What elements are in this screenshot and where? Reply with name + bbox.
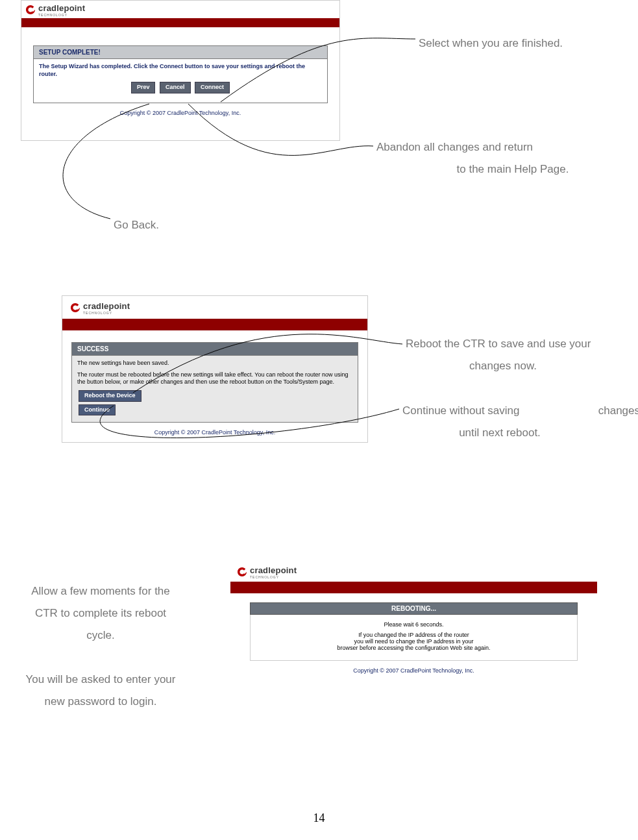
rebooting-panel: REBOOTING... Please wait 6 seconds. If y… [250, 602, 578, 661]
annotation-allow-2: CTR to complete its reboot [0, 602, 201, 624]
annotation-allow-5: new password to login. [0, 691, 201, 713]
annotation-goback: Go Back. [114, 214, 159, 236]
rebooting-line2: If you changed the IP address of the rou… [254, 632, 573, 638]
success-header: SUCCESS [72, 343, 358, 356]
rebooting-line1: Please wait 6 seconds. [254, 621, 573, 628]
success-line2: The router must be rebooted before the n… [77, 371, 352, 386]
setup-complete-header: SETUP COMPLETE! [34, 46, 327, 59]
setup-complete-screenshot: cradlepoint TECHNOLOGY SETUP COMPLETE! T… [21, 0, 340, 141]
annotation-continue-1: Continue without saving changes [402, 400, 638, 422]
copyright-text: Copyright © 2007 CradlePoint Technology,… [230, 661, 597, 680]
logo-bar: cradlepoint TECHNOLOGY [230, 562, 597, 582]
rebooting-line3: you will need to change the IP address i… [254, 638, 573, 645]
logo-text: cradlepoint TECHNOLOGY [250, 564, 297, 579]
annotation-continue-1b: changes [598, 400, 638, 422]
annotation-allow-1: Allow a few moments for the [0, 580, 201, 602]
button-row: Prev Cancel Connect [39, 78, 322, 96]
setup-complete-text: The Setup Wizard has completed. Click th… [39, 63, 305, 77]
prev-button[interactable]: Prev [131, 82, 156, 93]
continue-button[interactable]: Continue [79, 404, 116, 416]
logo-text: cradlepoint TECHNOLOGY [83, 300, 130, 315]
cradlepoint-logo-icon [237, 567, 247, 577]
logo-text: cradlepoint TECHNOLOGY [38, 2, 85, 17]
page-number: 14 [0, 811, 638, 825]
annotation-allow-3: cycle. [0, 624, 201, 647]
annotation-finished: Select when you are finished. [419, 32, 638, 55]
red-bar [230, 582, 597, 593]
annotation-abandon-2: to the main Help Page. [376, 158, 638, 180]
rebooting-screenshot: cradlepoint TECHNOLOGY REBOOTING... Plea… [230, 562, 597, 680]
success-line1: The new settings have been saved. [77, 360, 352, 367]
reboot-button[interactable]: Reboot the Device [79, 390, 141, 402]
annotation-abandon-1: Abandon all changes and return [376, 136, 638, 158]
success-panel: SUCCESS The new settings have been saved… [71, 342, 358, 423]
rebooting-line4: browser before accessing the configurati… [254, 645, 573, 651]
cradlepoint-logo-icon [25, 5, 36, 15]
red-bar [62, 319, 367, 330]
logo-bar: cradlepoint TECHNOLOGY [62, 296, 367, 319]
cradlepoint-logo-icon [70, 303, 80, 313]
annotation-continue-1a: Continue without saving [402, 404, 520, 417]
logo-bar: cradlepoint TECHNOLOGY [21, 1, 339, 18]
annotation-reboot-1: Reboot the CTR to save and use your [406, 333, 591, 355]
annotation-allow-4: You will be asked to enter your [0, 669, 201, 691]
cancel-button[interactable]: Cancel [160, 82, 191, 93]
connect-button[interactable]: Connect [195, 82, 230, 93]
copyright-text: Copyright © 2007 CradlePoint Technology,… [21, 103, 339, 123]
setup-complete-body: The Setup Wizard has completed. Click th… [34, 59, 327, 103]
annotation-reboot-2: changes now. [406, 355, 600, 377]
rebooting-body: Please wait 6 seconds. If you changed th… [250, 615, 578, 661]
setup-complete-panel: SETUP COMPLETE! The Setup Wizard has com… [33, 45, 328, 103]
rebooting-header: REBOOTING... [250, 602, 578, 615]
red-bar [21, 18, 339, 27]
success-body: The new settings have been saved. The ro… [72, 356, 358, 422]
success-screenshot: cradlepoint TECHNOLOGY SUCCESS The new s… [62, 295, 368, 443]
annotation-continue-2: until next reboot. [402, 422, 597, 444]
copyright-text: Copyright © 2007 CradlePoint Technology,… [62, 423, 367, 442]
